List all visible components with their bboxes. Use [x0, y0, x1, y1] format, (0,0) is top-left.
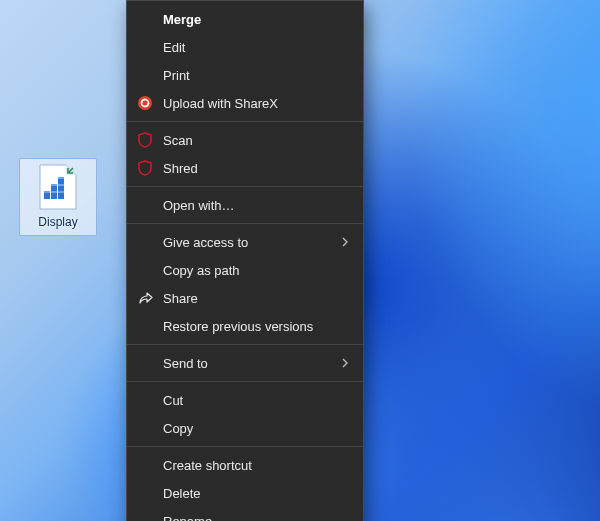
- menu-item-label: Give access to: [163, 236, 341, 249]
- menu-item-share[interactable]: Share: [127, 284, 363, 312]
- no-slot: [135, 390, 155, 410]
- svg-rect-8: [44, 191, 50, 193]
- menu-item-label: Copy: [163, 422, 349, 435]
- no-slot: [135, 232, 155, 252]
- menu-item-label: Delete: [163, 487, 349, 500]
- desktop-icon-display[interactable]: Display: [20, 158, 96, 236]
- menu-separator: [127, 344, 363, 345]
- menu-item-restore-prev[interactable]: Restore previous versions: [127, 312, 363, 340]
- no-slot: [135, 260, 155, 280]
- menu-item-label: Merge: [163, 13, 349, 26]
- menu-item-delete[interactable]: Delete: [127, 479, 363, 507]
- menu-item-merge[interactable]: Merge: [127, 5, 363, 33]
- menu-item-send-to[interactable]: Send to: [127, 349, 363, 377]
- svg-rect-2: [44, 193, 50, 199]
- menu-separator: [127, 186, 363, 187]
- svg-rect-12: [58, 184, 64, 186]
- menu-separator: [127, 446, 363, 447]
- svg-rect-3: [51, 193, 57, 199]
- chevron-right-icon: [341, 356, 349, 371]
- menu-item-create-shortcut[interactable]: Create shortcut: [127, 451, 363, 479]
- menu-separator: [127, 381, 363, 382]
- menu-item-label: Edit: [163, 41, 349, 54]
- mcafee-icon: [135, 130, 155, 150]
- desktop-icon-label: Display: [38, 215, 77, 229]
- svg-rect-4: [58, 193, 64, 199]
- menu-item-label: Cut: [163, 394, 349, 407]
- menu-item-label: Print: [163, 69, 349, 82]
- menu-item-scan[interactable]: Scan: [127, 126, 363, 154]
- context-menu: MergeEditPrintUpload with ShareXScanShre…: [126, 0, 364, 521]
- no-slot: [135, 418, 155, 438]
- menu-item-print[interactable]: Print: [127, 61, 363, 89]
- no-slot: [135, 455, 155, 475]
- menu-item-label: Restore previous versions: [163, 320, 349, 333]
- menu-item-label: Upload with ShareX: [163, 97, 349, 110]
- svg-rect-9: [51, 191, 57, 193]
- menu-item-cut[interactable]: Cut: [127, 386, 363, 414]
- menu-item-shred[interactable]: Shred: [127, 154, 363, 182]
- menu-item-label: Shred: [163, 162, 349, 175]
- menu-item-label: Create shortcut: [163, 459, 349, 472]
- svg-rect-10: [58, 191, 64, 193]
- no-slot: [135, 353, 155, 373]
- menu-item-label: Scan: [163, 134, 349, 147]
- no-slot: [135, 65, 155, 85]
- chevron-right-icon: [341, 235, 349, 250]
- menu-item-open-with[interactable]: Open with…: [127, 191, 363, 219]
- share-icon: [135, 288, 155, 308]
- menu-item-upload-sharex[interactable]: Upload with ShareX: [127, 89, 363, 117]
- menu-separator: [127, 121, 363, 122]
- menu-item-label: Open with…: [163, 199, 349, 212]
- registry-file-icon: [36, 163, 80, 211]
- no-slot: [135, 9, 155, 29]
- no-slot: [135, 37, 155, 57]
- no-slot: [135, 511, 155, 521]
- menu-item-copy[interactable]: Copy: [127, 414, 363, 442]
- desktop-icon-selection: Display: [19, 158, 97, 236]
- svg-rect-11: [51, 184, 57, 186]
- menu-item-copy-as-path[interactable]: Copy as path: [127, 256, 363, 284]
- no-slot: [135, 195, 155, 215]
- menu-separator: [127, 223, 363, 224]
- menu-item-edit[interactable]: Edit: [127, 33, 363, 61]
- no-slot: [135, 316, 155, 336]
- menu-item-label: Rename: [163, 515, 349, 522]
- menu-item-give-access[interactable]: Give access to: [127, 228, 363, 256]
- menu-item-label: Share: [163, 292, 349, 305]
- svg-rect-13: [58, 177, 64, 179]
- svg-point-14: [138, 96, 152, 110]
- mcafee-icon: [135, 158, 155, 178]
- no-slot: [135, 483, 155, 503]
- menu-item-label: Send to: [163, 357, 341, 370]
- sharex-icon: [135, 93, 155, 113]
- menu-item-label: Copy as path: [163, 264, 349, 277]
- menu-item-rename[interactable]: Rename: [127, 507, 363, 521]
